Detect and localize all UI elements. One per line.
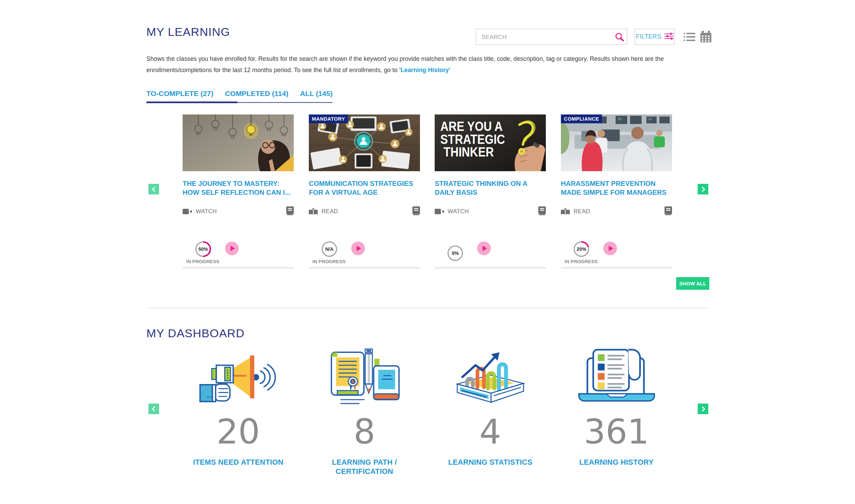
items-need-attention-label[interactable]: ITEMS NEED ATTENTION — [183, 458, 294, 467]
play-button[interactable] — [225, 242, 239, 255]
dashboard-item-learning-path[interactable]: 8 LEARNING PATH / CERTIFICATION — [309, 343, 420, 476]
course-action: WATCH — [435, 208, 469, 215]
course-card[interactable]: COMPLIANCE HARASSMENT PREVENTION MADE SI… — [561, 114, 672, 268]
tab-to-complete[interactable]: TO-COMPLETE (27) — [146, 90, 213, 98]
play-icon — [231, 246, 235, 251]
progress-ring: N/A — [321, 241, 338, 257]
search-icon[interactable] — [615, 32, 624, 42]
progress-status: IN PROGRESS — [181, 259, 225, 264]
progress-percent: 50% — [195, 241, 211, 257]
items-need-attention-count: 20 — [183, 415, 294, 449]
learning-path-label[interactable]: LEARNING PATH / CERTIFICATION — [309, 458, 420, 476]
progress-status: IN PROGRESS — [307, 259, 351, 264]
courses-next-button[interactable] — [698, 184, 708, 194]
course-action: WATCH — [183, 208, 217, 215]
dashboard-prev-button[interactable] — [148, 404, 159, 414]
my-learning-page: MY LEARNING FILTERS — [0, 0, 855, 504]
section-description: Shows the classes you have enrolled for.… — [146, 53, 710, 76]
progress-ring: 20% — [573, 241, 590, 257]
list-view-icon[interactable] — [684, 32, 695, 43]
progress-percent: 20% — [573, 241, 590, 257]
certificate-illustration — [309, 343, 420, 410]
courses-prev-button[interactable] — [148, 184, 159, 194]
chevron-right-icon — [700, 406, 706, 412]
course-action: READ — [309, 208, 338, 215]
play-icon — [609, 246, 613, 251]
ebook-icon[interactable] — [665, 206, 672, 217]
play-icon — [483, 246, 487, 251]
progress-ring: 0% — [447, 245, 463, 261]
course-action-label: READ — [574, 208, 590, 215]
course-badge: MANDATORY — [309, 114, 348, 123]
play-button[interactable] — [477, 242, 491, 255]
progress-percent: 0% — [447, 245, 463, 261]
course-image-journey-to-mastery[interactable] — [183, 114, 294, 171]
course-badge: COMPLIANCE — [561, 114, 602, 123]
page-title: MY LEARNING — [146, 25, 230, 39]
filters-label: FILTERS — [636, 33, 661, 40]
course-action-label: WATCH — [448, 208, 469, 215]
progress-ring: 50% — [195, 241, 211, 257]
ebook-icon[interactable] — [286, 206, 294, 217]
video-camera-icon — [435, 208, 444, 215]
search-box[interactable] — [476, 29, 627, 45]
sliders-icon — [665, 32, 674, 41]
dashboard-item-learning-history[interactable]: 361 LEARNING HISTORY — [561, 343, 672, 467]
statistics-illustration — [435, 343, 546, 410]
tab-completed[interactable]: COMPLETED (114) — [225, 90, 289, 98]
learning-history-count: 361 — [561, 415, 672, 449]
calendar-view-icon[interactable] — [700, 31, 711, 44]
learning-statistics-count: 4 — [435, 415, 546, 449]
dashboard-next-button[interactable] — [698, 404, 708, 414]
course-action-label: WATCH — [196, 208, 217, 215]
ebook-icon[interactable] — [538, 206, 546, 217]
course-title[interactable]: THE JOURNEY TO MASTERY: HOW SELF REFLECT… — [183, 179, 294, 197]
learning-path-count: 8 — [309, 415, 420, 449]
open-book-icon — [561, 208, 570, 215]
play-button[interactable] — [351, 242, 365, 255]
course-card[interactable]: MANDATORY COMMUNICATION STRATEGIES FOR A… — [309, 114, 420, 268]
learning-history-label[interactable]: LEARNING HISTORY — [561, 458, 672, 467]
show-all-button[interactable]: SHOW ALL — [676, 277, 709, 290]
chevron-left-icon — [151, 406, 157, 412]
progress-percent: N/A — [321, 241, 338, 257]
play-icon — [357, 246, 361, 251]
dashboard-item-items-need-attention[interactable]: 20 ITEMS NEED ATTENTION — [183, 343, 294, 467]
search-input[interactable] — [476, 29, 614, 45]
course-card[interactable]: ARE YOU A STRATEGIC THINKER STRATEGIC TH… — [435, 114, 546, 268]
filters-button[interactable]: FILTERS — [635, 29, 675, 45]
learning-statistics-label[interactable]: LEARNING STATISTICS — [435, 458, 546, 467]
megaphone-illustration — [183, 343, 294, 410]
ebook-icon[interactable] — [412, 206, 420, 217]
learning-tabs: TO-COMPLETE (27) COMPLETED (114) ALL (14… — [146, 90, 332, 103]
dashboard-title: MY DASHBOARD — [146, 327, 245, 340]
video-camera-icon — [183, 208, 192, 215]
open-book-icon — [309, 208, 318, 215]
learning-history-illustration — [561, 343, 672, 410]
course-title[interactable]: STRATEGIC THINKING ON A DAILY BASIS — [435, 179, 546, 197]
image-text-line3: THINKER — [444, 144, 494, 159]
course-title[interactable]: COMMUNICATION STRATEGIES FOR A VIRTUAL A… — [309, 179, 420, 197]
chevron-left-icon — [151, 186, 157, 192]
learning-history-link[interactable]: 'Learning History' — [399, 67, 450, 73]
course-action: READ — [561, 208, 590, 215]
course-title[interactable]: HARASSMENT PREVENTION MADE SIMPLE FOR MA… — [561, 179, 672, 197]
course-card[interactable]: THE JOURNEY TO MASTERY: HOW SELF REFLECT… — [183, 114, 294, 268]
chevron-right-icon — [700, 186, 706, 192]
course-action-label: READ — [321, 208, 338, 215]
tab-all[interactable]: ALL (145) — [300, 90, 332, 98]
play-button[interactable] — [603, 242, 617, 255]
course-image-strategic-thinker[interactable]: ARE YOU A STRATEGIC THINKER — [435, 114, 546, 171]
progress-status: IN PROGRESS — [559, 259, 603, 264]
section-divider — [146, 308, 709, 308]
dashboard-item-learning-statistics[interactable]: 4 LEARNING STATISTICS — [435, 343, 546, 467]
